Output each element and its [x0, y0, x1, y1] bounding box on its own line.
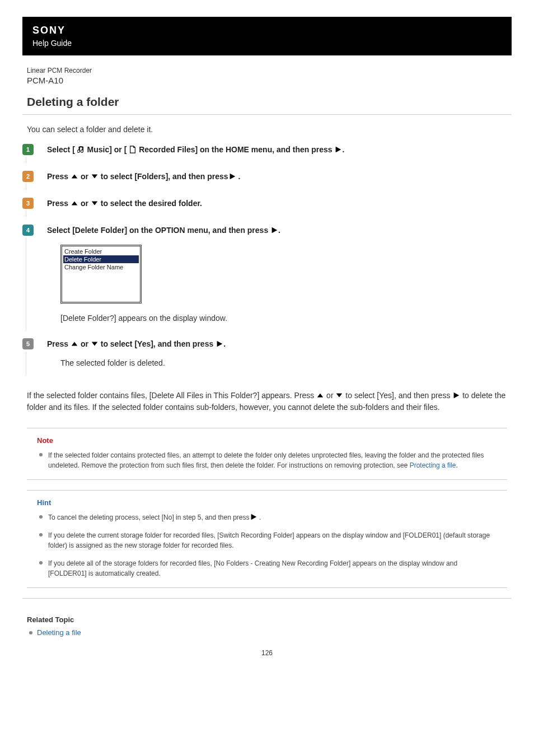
step-badge: 2: [22, 171, 34, 182]
step-title: Press or to select [Yes], and then press…: [47, 338, 512, 349]
down-icon: [91, 340, 99, 348]
play-icon: [250, 513, 257, 521]
related-item: Deleting a file: [29, 628, 507, 637]
menu-row-selected: Delete Folder: [63, 255, 139, 263]
play-icon: [216, 340, 223, 348]
music-icon: [77, 146, 85, 153]
note-item: If the selected folder contains protecte…: [39, 450, 497, 470]
step-5: 5 Press or to select [Yes], and then pre…: [22, 338, 512, 367]
step-badge: 5: [22, 338, 34, 349]
header-bar: SONY Help Guide: [22, 17, 512, 55]
step-title: Select [Delete Folder] on the OPTION men…: [47, 225, 512, 236]
step-title: Select [ Music] or [ Recorded Files] on …: [47, 144, 512, 155]
menu-row: Change Folder Name: [63, 263, 139, 271]
step-title: Press or to select the desired folder.: [47, 198, 512, 209]
menu-row: Create Folder: [63, 248, 139, 255]
page-title: Deleting a folder: [22, 95, 512, 114]
related-topic: Related Topic Deleting a file: [22, 606, 512, 637]
hint-item: If you delete the current storage folder…: [39, 530, 497, 550]
divider: [22, 598, 512, 599]
down-icon: [91, 199, 99, 207]
deleting-file-link[interactable]: Deleting a file: [37, 628, 81, 637]
divider: [22, 114, 512, 115]
up-icon: [71, 340, 78, 348]
down-icon: [91, 172, 99, 180]
intro-text: You can select a folder and delete it.: [22, 123, 512, 144]
play-icon: [452, 391, 460, 399]
hint-item: To cancel the deleting process, select […: [39, 512, 497, 522]
down-icon: [335, 391, 343, 399]
note-title: Note: [37, 436, 497, 445]
note-box: Note If the selected folder contains pro…: [27, 428, 507, 480]
product-model: PCM-A10: [27, 76, 512, 85]
step-2: 2 Press or to select [Folders], and then…: [22, 171, 512, 182]
product-info: Linear PCM Recorder PCM-A10: [22, 61, 512, 95]
step-after-text: The selected folder is deleted.: [60, 358, 512, 367]
brand-logo: SONY: [32, 25, 502, 36]
step-after-text: [Delete Folder?] appears on the display …: [60, 314, 512, 323]
up-icon: [316, 391, 324, 399]
related-title: Related Topic: [27, 615, 507, 624]
hint-title: Hint: [37, 498, 497, 507]
step-badge: 4: [22, 225, 34, 236]
option-menu-screenshot: Create Folder Delete Folder Change Folde…: [60, 245, 142, 304]
step-1: 1 Select [ Music] or [ Recorded Files] o…: [22, 144, 512, 155]
page-number: 126: [22, 649, 512, 657]
step-4: 4 Select [Delete Folder] on the OPTION m…: [22, 225, 512, 323]
hint-item: If you delete all of the storage folders…: [39, 558, 497, 578]
hint-box: Hint To cancel the deleting process, sel…: [27, 490, 507, 588]
file-icon: [129, 146, 137, 153]
step-badge: 3: [22, 198, 34, 209]
up-icon: [71, 199, 78, 207]
play-icon: [334, 146, 342, 153]
step-badge: 1: [22, 144, 34, 155]
step-title: Press or to select [Folders], and then p…: [47, 171, 512, 182]
help-guide-label: Help Guide: [32, 39, 502, 48]
protecting-file-link[interactable]: Protecting a file: [410, 461, 456, 469]
up-icon: [71, 172, 78, 180]
play-icon: [270, 226, 278, 234]
after-steps-paragraph: If the selected folder contains files, […: [22, 383, 512, 423]
play-icon: [228, 172, 236, 180]
step-3: 3 Press or to select the desired folder.: [22, 198, 512, 209]
product-type: Linear PCM Recorder: [27, 67, 512, 74]
